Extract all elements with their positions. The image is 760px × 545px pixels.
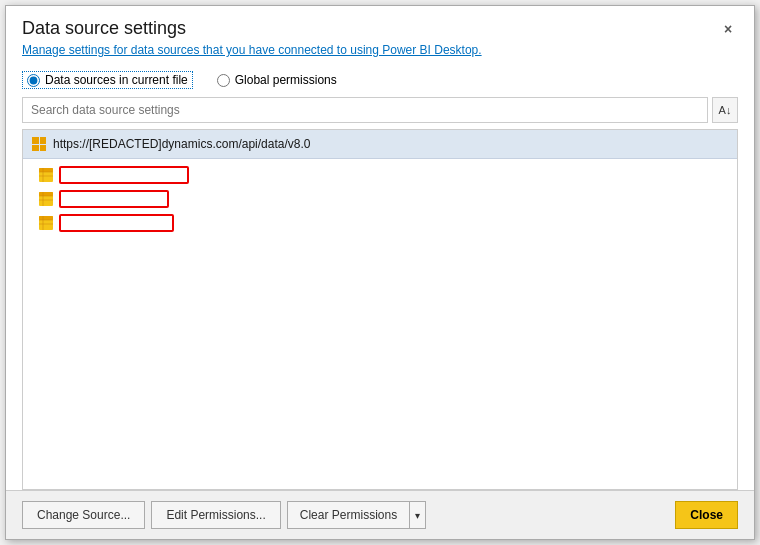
redacted-item-1 (59, 166, 189, 184)
svg-rect-6 (39, 192, 53, 196)
list-item[interactable] (23, 163, 737, 187)
main-datasource-item[interactable]: https://[REDACTED]dynamics.com/api/data/… (23, 130, 737, 159)
datasource-url: https://[REDACTED]dynamics.com/api/data/… (53, 137, 310, 151)
change-source-button[interactable]: Change Source... (22, 501, 145, 529)
table-icon-2 (39, 192, 53, 206)
clear-permissions-dropdown[interactable]: ▾ (409, 501, 426, 529)
datasource-list: https://[REDACTED]dynamics.com/api/data/… (22, 129, 738, 490)
sort-button[interactable]: A↓ (712, 97, 738, 123)
sub-items-container (23, 159, 737, 239)
dialog-title: Data source settings (22, 18, 186, 39)
search-row: A↓ (6, 97, 754, 129)
clear-permissions-split: Clear Permissions ▾ (287, 501, 426, 529)
grid-icon (31, 136, 47, 152)
dialog-footer: Change Source... Edit Permissions... Cle… (6, 490, 754, 539)
radio-current-file[interactable]: Data sources in current file (22, 71, 193, 89)
subtitle-text[interactable]: Manage settings for data sources that yo… (6, 43, 754, 65)
radio-group: Data sources in current file Global perm… (6, 65, 754, 97)
dialog: Data source settings × Manage settings f… (5, 5, 755, 540)
list-item[interactable] (23, 187, 737, 211)
table-icon-1 (39, 168, 53, 182)
title-bar: Data source settings × (6, 6, 754, 43)
close-icon[interactable]: × (718, 19, 738, 39)
radio-global-permissions[interactable]: Global permissions (217, 73, 337, 87)
redacted-item-2 (59, 190, 169, 208)
redacted-item-3 (59, 214, 174, 232)
search-input[interactable] (22, 97, 708, 123)
svg-rect-1 (39, 168, 53, 172)
edit-permissions-button[interactable]: Edit Permissions... (151, 501, 280, 529)
svg-rect-11 (39, 216, 53, 220)
list-item[interactable] (23, 211, 737, 235)
close-button[interactable]: Close (675, 501, 738, 529)
clear-permissions-button[interactable]: Clear Permissions (287, 501, 409, 529)
table-icon-3 (39, 216, 53, 230)
